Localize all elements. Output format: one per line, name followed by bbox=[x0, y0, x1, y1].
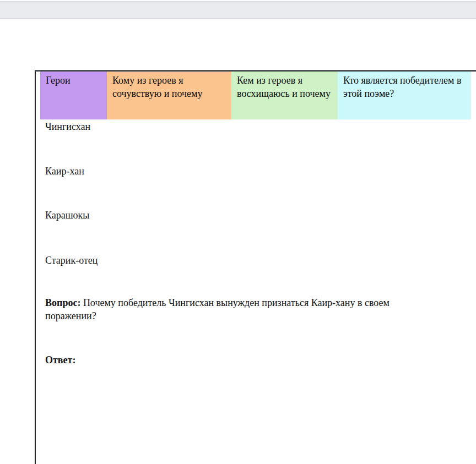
header-cell-winner: Кто является победителем в этой поэме? bbox=[338, 72, 471, 119]
hero-row-chingiskhan[interactable]: Чингисхан bbox=[36, 119, 476, 165]
hero-row-kair-khan[interactable]: Каир-хан bbox=[36, 165, 476, 209]
hero-name: Чингисхан bbox=[45, 121, 90, 132]
header-cell-admiration: Кем из героев я восхищаюсь и почему bbox=[231, 72, 338, 119]
answer-label: Ответ: bbox=[45, 354, 75, 365]
header-cell-sympathy: Кому из героев я сочувствую и почему bbox=[107, 72, 231, 119]
answer-row[interactable]: Ответ: bbox=[45, 353, 476, 367]
hero-row-karashoky[interactable]: Карашокы bbox=[36, 209, 476, 254]
worksheet-table: Герои Кому из героев я сочувствую и поче… bbox=[35, 70, 476, 464]
question-label: Вопрос: bbox=[45, 297, 80, 308]
question-text: Почему победитель Чингисхан вынужден при… bbox=[45, 297, 390, 321]
header-cell-heroes: Герои bbox=[40, 72, 107, 119]
hero-name: Каир-хан bbox=[45, 166, 84, 177]
hero-name: Карашокы bbox=[45, 210, 89, 221]
browser-chrome-strip bbox=[0, 0, 476, 19]
document-page[interactable]: Герои Кому из героев я сочувствую и поче… bbox=[0, 19, 476, 464]
hero-name: Старик-отец bbox=[45, 254, 98, 267]
hero-row-starik-otets[interactable]: Старик-отец bbox=[36, 254, 476, 296]
table-header-row: Герои Кому из героев я сочувствую и поче… bbox=[40, 72, 476, 119]
question-paragraph: Вопрос: Почему победитель Чингисхан выну… bbox=[45, 296, 437, 323]
